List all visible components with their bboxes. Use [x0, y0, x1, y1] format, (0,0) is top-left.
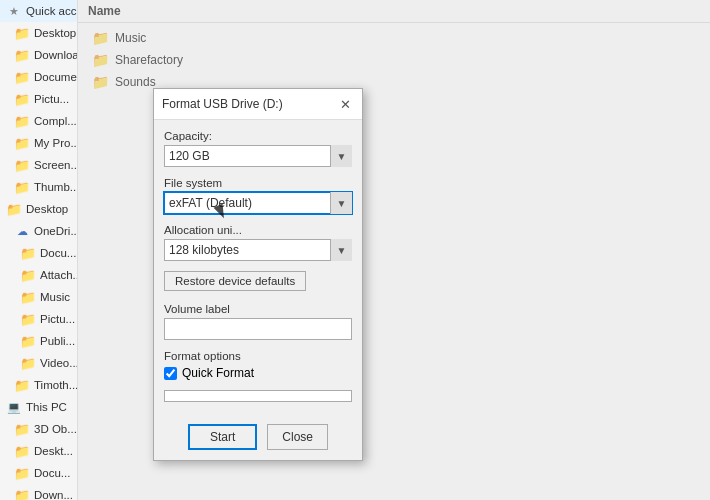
- volume-label-label: Volume label: [164, 303, 352, 315]
- allocation-select-wrap: 128 kilobytes ▼: [164, 239, 352, 261]
- sidebar-item-video[interactable]: 📁 Video...: [0, 352, 77, 374]
- sidebar-item-label: My Pro...: [34, 137, 77, 149]
- folder-icon: 📁: [20, 245, 36, 261]
- sidebar-item-label: Documents: [34, 71, 77, 83]
- restore-defaults-button[interactable]: Restore device defaults: [164, 271, 306, 291]
- folder-icon: 📁: [14, 179, 30, 195]
- sidebar-item-docu2[interactable]: 📁 Docu...: [0, 462, 77, 484]
- capacity-select-wrap: 120 GB ▼: [164, 145, 352, 167]
- sidebar-item-label: Video...: [40, 357, 77, 369]
- dialog-close-button[interactable]: ✕: [336, 95, 354, 113]
- sidebar-item-thispc[interactable]: 💻 This PC: [0, 396, 77, 418]
- main-content: Name 📁 Music 📁 Sharefactory 📁 Sounds For…: [78, 0, 710, 500]
- folder-icon: 📁: [14, 421, 30, 437]
- sidebar-item-label: Compl...: [34, 115, 77, 127]
- close-button[interactable]: Close: [267, 424, 328, 450]
- sidebar-item-downloads[interactable]: 📁 Downloads: [0, 44, 77, 66]
- volume-label-input[interactable]: [164, 318, 352, 340]
- sidebar-item-label: Down...: [34, 489, 73, 500]
- sidebar-item-label: This PC: [26, 401, 67, 413]
- sidebar-item-label: Docu...: [34, 467, 70, 479]
- folder-icon: 📁: [20, 267, 36, 283]
- dialog-body: Capacity: 120 GB ▼ File system exFAT (De…: [154, 120, 362, 424]
- sidebar-item-label: OneDri...: [34, 225, 77, 237]
- filesystem-select-wrap: exFAT (Default) ▼: [164, 192, 352, 214]
- sidebar-item-label: Pictu...: [40, 313, 75, 325]
- dialog-title: Format USB Drive (D:): [162, 97, 283, 111]
- star-icon: ★: [6, 3, 22, 19]
- sidebar-item-documents[interactable]: 📁 Documents: [0, 66, 77, 88]
- dialog-footer: Start Close: [154, 424, 362, 460]
- quick-format-checkbox[interactable]: [164, 367, 177, 380]
- sidebar-item-label: Docu...: [40, 247, 76, 259]
- quick-format-label: Quick Format: [182, 366, 254, 380]
- capacity-label: Capacity:: [164, 130, 352, 142]
- onedrive-icon: ☁: [14, 223, 30, 239]
- sidebar-item-desktop2[interactable]: 📁 Desktop: [0, 198, 77, 220]
- sidebar-item-label: Screen...: [34, 159, 77, 171]
- folder-blue-icon: 📁: [6, 201, 22, 217]
- sidebar-item-screen[interactable]: 📁 Screen...: [0, 154, 77, 176]
- sidebar-item-label: Timoth...: [34, 379, 77, 391]
- sidebar-item-pictu[interactable]: 📁 Pictu...: [0, 308, 77, 330]
- sidebar-item-label: Desktop: [26, 203, 68, 215]
- sidebar-item-onedrive[interactable]: ☁ OneDri...: [0, 220, 77, 242]
- sidebar-item-down[interactable]: 📁 Down...: [0, 484, 77, 500]
- sidebar-item-label: Downloads: [34, 49, 77, 61]
- allocation-select[interactable]: 128 kilobytes: [164, 239, 352, 261]
- sidebar-item-3dob[interactable]: 📁 3D Ob...: [0, 418, 77, 440]
- allocation-label: Allocation uni...: [164, 224, 352, 236]
- sidebar-item-label: Desktop: [34, 27, 76, 39]
- folder-icon: 📁: [20, 311, 36, 327]
- start-button[interactable]: Start: [188, 424, 257, 450]
- sidebar-item-label: Publi...: [40, 335, 75, 347]
- folder-icon: 📁: [14, 113, 30, 129]
- sidebar: ★ Quick access 📁 Desktop 📁 Downloads 📁 D…: [0, 0, 78, 500]
- dialog-titlebar: Format USB Drive (D:) ✕: [154, 89, 362, 120]
- folder-icon: 📁: [20, 355, 36, 371]
- sidebar-item-music[interactable]: 📁 Music: [0, 286, 77, 308]
- sidebar-item-desktop[interactable]: 📁 Desktop: [0, 22, 77, 44]
- capacity-select[interactable]: 120 GB: [164, 145, 352, 167]
- sidebar-item-label: Pictu...: [34, 93, 69, 105]
- sidebar-item-pictures[interactable]: 📁 Pictu...: [0, 88, 77, 110]
- sidebar-item-label: Attach...: [40, 269, 77, 281]
- computer-icon: 💻: [6, 399, 22, 415]
- folder-icon: 📁: [20, 289, 36, 305]
- sidebar-item-label: Quick access: [26, 5, 77, 17]
- folder-icon: 📁: [14, 47, 30, 63]
- sidebar-item-publi[interactable]: 📁 Publi...: [0, 330, 77, 352]
- sidebar-item-docu[interactable]: 📁 Docu...: [0, 242, 77, 264]
- sidebar-item-label: Music: [40, 291, 70, 303]
- folder-icon: 📁: [14, 465, 30, 481]
- format-options-label: Format options: [164, 350, 352, 362]
- sidebar-item-thumb[interactable]: 📁 Thumb...: [0, 176, 77, 198]
- folder-icon: 📁: [14, 69, 30, 85]
- sidebar-item-label: 3D Ob...: [34, 423, 77, 435]
- quick-format-row: Quick Format: [164, 366, 352, 380]
- sidebar-item-compl[interactable]: 📁 Compl...: [0, 110, 77, 132]
- sidebar-item-label: Deskt...: [34, 445, 73, 457]
- sidebar-item-attach[interactable]: 📁 Attach...: [0, 264, 77, 286]
- folder-icon: 📁: [14, 377, 30, 393]
- folder-icon: 📁: [14, 487, 30, 500]
- sidebar-item-timoth[interactable]: 📁 Timoth...: [0, 374, 77, 396]
- folder-icon: 📁: [14, 91, 30, 107]
- sidebar-item-deskt[interactable]: 📁 Deskt...: [0, 440, 77, 462]
- folder-icon: 📁: [20, 333, 36, 349]
- folder-icon: 📁: [14, 157, 30, 173]
- filesystem-select[interactable]: exFAT (Default): [164, 192, 352, 214]
- sidebar-item-label: Thumb...: [34, 181, 77, 193]
- folder-icon: 📁: [14, 25, 30, 41]
- sidebar-item-quick-access[interactable]: ★ Quick access: [0, 0, 77, 22]
- sidebar-item-mypro[interactable]: 📁 My Pro...: [0, 132, 77, 154]
- folder-icon: 📁: [14, 443, 30, 459]
- progress-bar: [164, 390, 352, 402]
- filesystem-label: File system: [164, 177, 352, 189]
- folder-icon: 📁: [14, 135, 30, 151]
- format-dialog: Format USB Drive (D:) ✕ Capacity: 120 GB…: [153, 88, 363, 461]
